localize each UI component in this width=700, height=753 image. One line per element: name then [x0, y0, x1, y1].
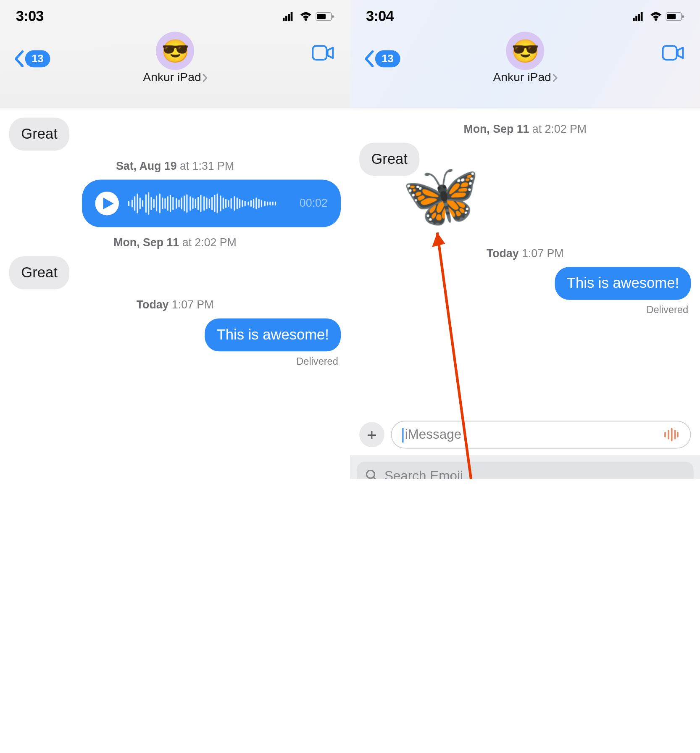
back-button[interactable]: 13 — [13, 50, 50, 68]
play-button[interactable] — [95, 192, 119, 216]
timestamp: Mon, Sep 11 at 2:02 PM — [359, 123, 691, 136]
svg-rect-31 — [682, 15, 684, 18]
battery-icon — [666, 12, 684, 21]
svg-point-28 — [655, 18, 657, 21]
timestamp: Mon, Sep 11 at 2:02 PM — [9, 237, 341, 250]
svg-rect-2 — [288, 14, 290, 21]
wifi-icon — [300, 12, 312, 21]
status-icons — [633, 12, 684, 21]
delivered-label: Delivered — [9, 355, 338, 367]
status-time: 3:04 — [366, 8, 394, 25]
svg-rect-26 — [638, 14, 640, 21]
unread-badge: 13 — [25, 50, 50, 67]
svg-rect-30 — [667, 14, 676, 19]
svg-rect-25 — [635, 16, 637, 21]
svg-point-38 — [366, 470, 374, 478]
audio-message-bubble[interactable]: 00:02 — [82, 180, 341, 227]
timestamp: Today 1:07 PM — [359, 247, 691, 260]
svg-line-39 — [374, 478, 377, 479]
status-bar: 3:04 — [350, 0, 700, 29]
timestamp: Today 1:07 PM — [9, 299, 341, 312]
message-thread[interactable]: Mon, Sep 11 at 2:02 PM Great Today 1:07 … — [350, 108, 700, 414]
emoji-search-input[interactable]: Search Emoji — [357, 462, 694, 479]
svg-rect-0 — [283, 18, 285, 21]
message-in: Great — [9, 118, 341, 151]
audio-record-icon[interactable] — [664, 427, 680, 442]
battery-icon — [316, 12, 334, 21]
facetime-button[interactable] — [662, 45, 684, 61]
message-in: Great — [9, 256, 341, 290]
chevron-left-icon — [363, 50, 374, 68]
status-time: 3:03 — [16, 8, 44, 25]
contact-name[interactable]: Ankur iPad — [0, 71, 350, 84]
svg-marker-9 — [103, 197, 113, 209]
message-thread[interactable]: Great Sat, Aug 19 at 1:31 PM 00:02 Mon, … — [0, 108, 350, 479]
contact-name[interactable]: Ankur iPad — [350, 71, 700, 84]
chevron-right-icon — [203, 74, 207, 82]
message-in: Great — [359, 143, 691, 176]
message-out: This is awesome! — [359, 267, 691, 300]
status-icons — [283, 12, 334, 21]
chevron-right-icon — [553, 74, 557, 82]
delivered-label: Delivered — [359, 304, 688, 315]
audio-waveform[interactable] — [129, 190, 290, 217]
timestamp: Sat, Aug 19 at 1:31 PM — [9, 160, 341, 173]
wifi-icon — [650, 12, 662, 21]
search-icon — [366, 470, 378, 479]
contact-avatar[interactable]: 😎 — [506, 32, 544, 70]
plus-button[interactable]: + — [359, 422, 384, 448]
contact-avatar[interactable]: 😎 — [156, 32, 194, 70]
compose-bar: + iMessage — [350, 414, 700, 455]
message-out: This is awesome! — [9, 319, 341, 352]
unread-badge: 13 — [375, 50, 400, 67]
svg-rect-6 — [317, 14, 326, 19]
screenshot-left: 3:03 13 😎 Ankur iPad Great Sat, Aug 19 a… — [0, 0, 350, 479]
dual-sim-icon — [633, 12, 646, 21]
message-input[interactable]: iMessage — [391, 421, 691, 448]
svg-rect-27 — [641, 12, 643, 21]
emoji-picker: Search Emoji ANIMALS & NATURE 🐣🦅🐎🐝🐛🕷️🦎🪼🐠… — [350, 455, 700, 479]
dual-sim-icon — [283, 12, 296, 21]
back-button[interactable]: 13 — [363, 50, 400, 68]
status-bar: 3:03 — [0, 0, 350, 29]
facetime-button[interactable] — [312, 45, 334, 61]
svg-rect-3 — [291, 12, 293, 21]
message-header: 3:04 13 😎 Ankur iPad — [350, 0, 700, 108]
svg-point-4 — [305, 18, 307, 21]
message-out: 00:02 — [9, 180, 341, 227]
svg-rect-7 — [332, 15, 334, 18]
svg-rect-1 — [285, 16, 287, 21]
chevron-left-icon — [13, 50, 24, 68]
message-header: 3:03 13 😎 Ankur iPad — [0, 0, 350, 108]
svg-rect-32 — [663, 46, 677, 60]
audio-duration: 00:02 — [300, 197, 328, 210]
svg-rect-24 — [633, 18, 635, 21]
svg-rect-8 — [313, 46, 326, 60]
screenshot-right: 3:04 13 😎 Ankur iPad Mon, Sep 11 at 2:02… — [350, 0, 700, 479]
